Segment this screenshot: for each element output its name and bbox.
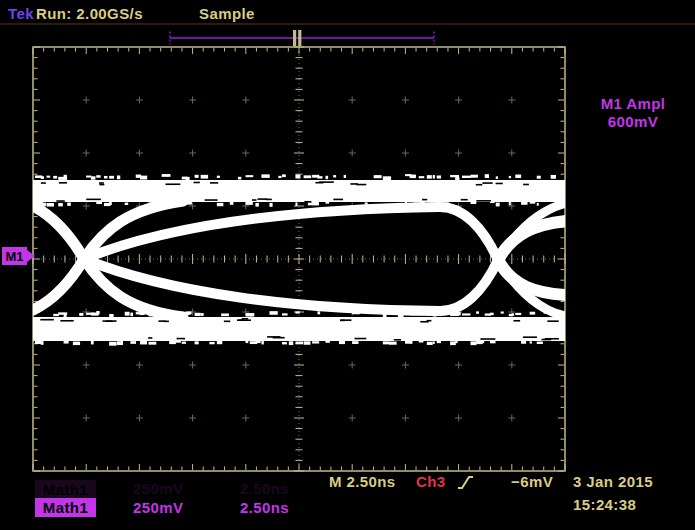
math-horizontal-scale-ghost: 2.50ns [240, 480, 289, 497]
measurement-value-label: 600mV [573, 113, 693, 131]
math-vertical-scale-ghost: 250mV [133, 480, 183, 497]
tek-logo: Tek [8, 5, 34, 22]
trigger-level-readout: −6mV [511, 473, 553, 490]
time-label: 15:24:38 [573, 496, 636, 513]
header-separator [0, 23, 695, 25]
reference-marker-label: M1 [2, 247, 27, 265]
timebase-readout: M 2.50ns [329, 473, 396, 490]
reference-position-arrow-icon [27, 250, 35, 262]
trigger-source-readout: Ch3 [416, 473, 446, 490]
reference-position-marker: M1 [2, 247, 35, 265]
date-label: 3 Jan 2015 [573, 473, 653, 490]
math-channel-label: Math1 [35, 498, 96, 517]
graticule-and-waveform-canvas [0, 0, 695, 530]
math-horizontal-scale-readout: 2.50ns [240, 499, 289, 516]
measurement-readout: M1 Ampl 600mV [573, 95, 693, 131]
measurement-source-label: M1 Ampl [573, 95, 693, 113]
math-channel-ghost-label: Math1 [35, 480, 96, 499]
trigger-slope-rising-icon [457, 475, 475, 490]
oscilloscope-screen: Tek Run: 2.00GS/s Sample M1 Ampl 600mV M… [0, 0, 695, 530]
trigger-position-marker-icon [293, 30, 296, 46]
math-vertical-scale-readout: 250mV [133, 499, 183, 516]
run-status-label: Run: 2.00GS/s [36, 5, 143, 22]
acquisition-mode-label: Sample [199, 5, 255, 22]
